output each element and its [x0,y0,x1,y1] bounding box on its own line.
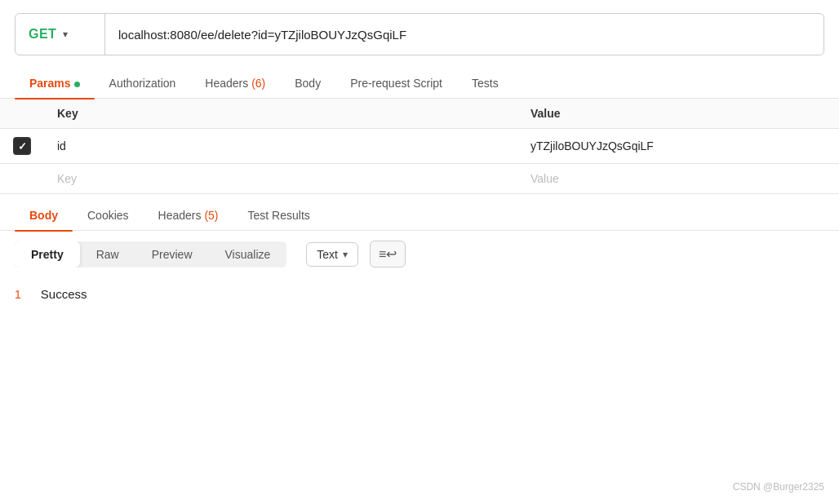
format-pretty-button[interactable]: Pretty [15,241,80,267]
empty-key-cell[interactable]: Key [44,164,517,194]
tab-body[interactable]: Body [280,69,335,98]
text-type-selector[interactable]: Text ▾ [306,242,358,267]
text-chevron-icon: ▾ [343,249,348,260]
tab-headers[interactable]: Headers (6) [190,69,280,98]
format-group: Pretty Raw Preview Visualize [15,241,286,267]
text-selector-label: Text [317,248,338,261]
method-selector[interactable]: GET ▾ [16,14,105,55]
checkmark-icon: ✓ [18,140,27,153]
param-value-cell[interactable]: yTZjiloBOUYJzQsGqiLF [517,129,839,164]
col-checkbox [0,99,44,129]
param-value: yTZjiloBOUYJzQsGqiLF [530,139,654,153]
col-key: Key [44,99,517,129]
checkbox-cell[interactable]: ✓ [0,129,44,164]
params-dot [74,82,80,87]
response-content: 1 Success [0,277,839,311]
line-number: 1 [15,288,21,301]
response-tabs: Body Cookies Headers (5) Test Results [0,201,839,231]
params-table: Key Value ✓ id yTZjiloBOUYJzQsGqiLF Key [0,99,839,194]
param-key: id [57,139,66,153]
value-placeholder: Value [530,172,559,185]
method-text: GET [29,27,56,42]
chevron-down-icon: ▾ [63,29,68,40]
table-row: ✓ id yTZjiloBOUYJzQsGqiLF [0,129,839,164]
format-raw-button[interactable]: Raw [80,241,135,267]
col-value: Value [517,99,839,129]
tab-authorization[interactable]: Authorization [95,69,191,98]
format-bar: Pretty Raw Preview Visualize Text ▾ ≡↩ [0,231,839,277]
tab-pre-request-script[interactable]: Pre-request Script [335,69,457,98]
tab-tests[interactable]: Tests [457,69,513,98]
tab-test-results[interactable]: Test Results [233,201,325,230]
response-text: Success [41,287,87,301]
url-bar: GET ▾ [15,13,824,55]
tab-response-body[interactable]: Body [15,201,73,230]
param-checkbox[interactable]: ✓ [13,137,31,155]
empty-checkbox-cell [0,164,44,194]
url-input[interactable] [105,28,823,42]
wrap-icon: ≡↩ [379,246,397,262]
format-preview-button[interactable]: Preview [135,241,209,267]
tab-response-cookies[interactable]: Cookies [73,201,144,230]
request-tabs: Params Authorization Headers (6) Body Pr… [0,69,839,99]
empty-value-cell[interactable]: Value [517,164,839,194]
tab-params[interactable]: Params [15,69,95,98]
key-placeholder: Key [57,172,77,185]
param-key-cell[interactable]: id [44,129,517,164]
response-line: 1 Success [15,284,824,304]
wrap-button[interactable]: ≡↩ [370,241,406,267]
tab-response-headers[interactable]: Headers (5) [144,201,233,230]
response-section: Body Cookies Headers (5) Test Results Pr… [0,201,839,311]
empty-row: Key Value [0,164,839,194]
format-visualize-button[interactable]: Visualize [209,241,287,267]
watermark: CSDN @Burger2325 [733,481,824,493]
